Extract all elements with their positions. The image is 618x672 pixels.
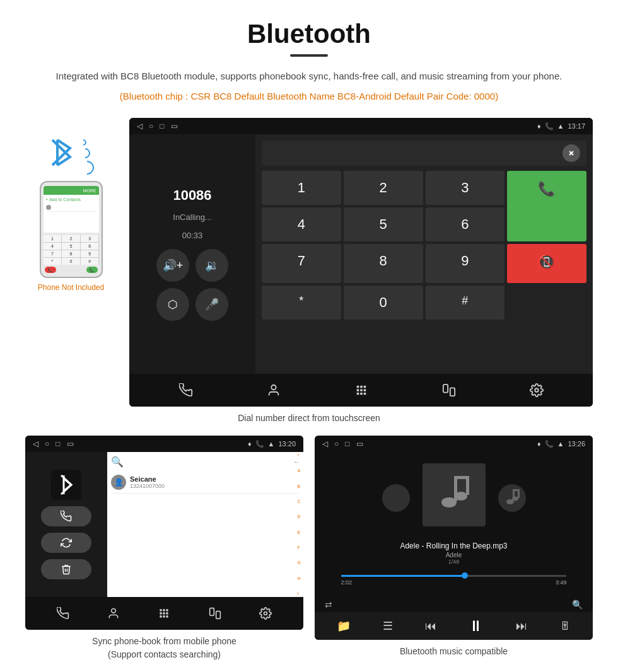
phone-key: 8: [62, 250, 80, 257]
phone-top-bar: MORE: [44, 186, 99, 195]
contacts-bottom-call[interactable]: [52, 602, 74, 625]
contacts-bottom-person[interactable]: [102, 602, 125, 625]
bottom-call-icon[interactable]: [175, 379, 197, 402]
num-btn-3[interactable]: 3: [426, 171, 505, 205]
call-btn[interactable]: 📞: [507, 171, 586, 241]
svg-rect-14: [360, 393, 363, 395]
equalizer-icon[interactable]: 🎚: [559, 620, 571, 633]
contacts-bottom-settings[interactable]: [254, 602, 277, 625]
display-row: [262, 141, 586, 166]
recents-nav-icon: □: [160, 122, 164, 130]
end-call-btn[interactable]: 📵: [507, 244, 586, 283]
alpha-A: A: [298, 468, 301, 473]
music-status-right: ♦ 📞 ▲ 13:26: [537, 440, 585, 448]
contacts-main: 🔍 ← 👤 Seicane 13241007000 * A: [25, 452, 303, 597]
num-btn-1[interactable]: 1: [262, 171, 341, 205]
description-text: Integrated with BC8 Bluetooth module, su…: [25, 68, 593, 84]
sync-side-btn[interactable]: [41, 533, 91, 553]
svg-rect-17: [450, 388, 454, 396]
contacts-recents-icon: □: [55, 439, 60, 448]
num-btn-0[interactable]: 0: [344, 286, 423, 320]
contacts-bottom-transfer[interactable]: [204, 602, 226, 625]
alpha-G: G: [298, 560, 301, 565]
num-btn-hash[interactable]: #: [426, 286, 505, 320]
bottom-keypad-icon[interactable]: [350, 379, 373, 402]
contacts-bottom-keypad[interactable]: [153, 602, 175, 625]
svg-rect-7: [356, 386, 359, 388]
phone-add-contacts: + Add to Contacts: [46, 197, 96, 202]
previous-icon[interactable]: ⏮: [425, 620, 436, 633]
search-icon-contacts[interactable]: 🔍: [111, 456, 124, 468]
keypad-panel: 1 2 3 📞 4 5 6 7 8 9 📵 * 0: [255, 134, 593, 374]
music-main: Adele - Rolling In the Deep.mp3 Adele 1/…: [315, 452, 593, 597]
music-screen: ◁ ○ □ ▭ ♦ 📞 ▲ 13:26: [315, 436, 593, 640]
volume-up-btn[interactable]: 🔊+: [156, 249, 189, 282]
contact-name: Seicane: [130, 475, 165, 483]
alpha-B: B: [298, 484, 301, 489]
contact-entry[interactable]: 👤 Seicane 13241007000: [111, 472, 300, 494]
search-music-icon[interactable]: 🔍: [572, 600, 583, 610]
contacts-call-icon: 📞: [255, 440, 264, 448]
contacts-screen-wrap: ◁ ○ □ ▭ ♦ 📞 ▲ 13:20: [25, 436, 303, 661]
phone-key: 5: [62, 243, 80, 250]
folder-icon[interactable]: 📁: [337, 619, 351, 633]
contacts-status-left: ◁ ○ □ ▭: [33, 439, 74, 448]
shuffle-icon[interactable]: ⇄: [325, 600, 332, 610]
android-bottom-bar: [129, 374, 593, 407]
num-btn-8[interactable]: 8: [344, 244, 423, 283]
backspace-icon: [566, 148, 576, 158]
bottom-contacts-icon[interactable]: [262, 379, 285, 402]
wifi-icon: ▲: [557, 122, 564, 130]
bottom-screenshots: ◁ ○ □ ▭ ♦ 📞 ▲ 13:20: [25, 436, 593, 661]
music-recents-icon: □: [345, 439, 349, 448]
page-title: Bluetooth: [25, 19, 593, 49]
volume-down-btn[interactable]: 🔉: [195, 249, 228, 282]
svg-rect-15: [363, 393, 366, 395]
contacts-time: 13:20: [278, 440, 296, 448]
play-pause-icon[interactable]: ⏸: [469, 617, 484, 635]
num-btn-2[interactable]: 2: [344, 171, 423, 205]
phone-top-label: MORE: [83, 188, 96, 193]
gps-icon: ♦: [537, 122, 541, 130]
svg-rect-40: [518, 489, 520, 498]
num-btn-6[interactable]: 6: [426, 207, 505, 241]
phone-contacts-area: + Add to Contacts: [44, 195, 99, 233]
status-left: ◁ ○ □ ▭: [137, 122, 178, 130]
phone-device-mockup: MORE + Add to Contacts 1 2 3 4 5 6 7 8 9…: [40, 181, 103, 278]
contact-info: Seicane 13241007000: [130, 475, 165, 489]
svg-point-36: [441, 497, 457, 507]
mic-btn[interactable]: 🎤: [195, 288, 228, 321]
contacts-home-icon: ○: [45, 439, 49, 448]
phone-key: *: [44, 258, 62, 265]
svg-point-20: [112, 609, 116, 613]
svg-rect-11: [360, 389, 363, 391]
music-note-icon: [435, 473, 473, 517]
music-note-small-icon: [504, 488, 520, 508]
contact-avatar: 👤: [111, 475, 126, 490]
num-btn-star[interactable]: *: [262, 286, 341, 320]
num-btn-4[interactable]: 4: [262, 207, 341, 241]
playlist-icon[interactable]: ☰: [383, 619, 393, 633]
num-btn-9[interactable]: 9: [426, 244, 505, 283]
music-progress-bar[interactable]: [341, 575, 567, 577]
phone-key: 3: [81, 235, 99, 242]
contact-number: 13241007000: [130, 483, 165, 489]
contacts-screen: ◁ ○ □ ▭ ♦ 📞 ▲ 13:20: [25, 436, 303, 630]
bottom-settings-icon[interactable]: [525, 379, 548, 402]
music-track-count: 1/48: [400, 559, 507, 565]
delete-side-btn[interactable]: [41, 559, 91, 579]
alpha-star: *: [298, 453, 301, 458]
phone-key: 7: [44, 250, 62, 257]
num-btn-5[interactable]: 5: [344, 207, 423, 241]
bottom-transfer-icon[interactable]: [438, 379, 460, 402]
phone-key: 2: [62, 235, 80, 242]
phone-call-side-btn[interactable]: [41, 506, 91, 526]
num-btn-7[interactable]: 7: [262, 244, 341, 283]
bluetooth-logo-icon: [46, 130, 78, 175]
music-gps-icon: ♦: [537, 440, 541, 448]
backspace-btn[interactable]: [563, 144, 580, 162]
transfer-btn[interactable]: ⬡: [156, 288, 189, 321]
svg-point-37: [455, 492, 467, 501]
next-icon[interactable]: ⏭: [516, 620, 527, 633]
call-info-panel: 10086 InCalling... 00:33 🔊+ 🔉 ⬡ 🎤: [129, 134, 255, 374]
